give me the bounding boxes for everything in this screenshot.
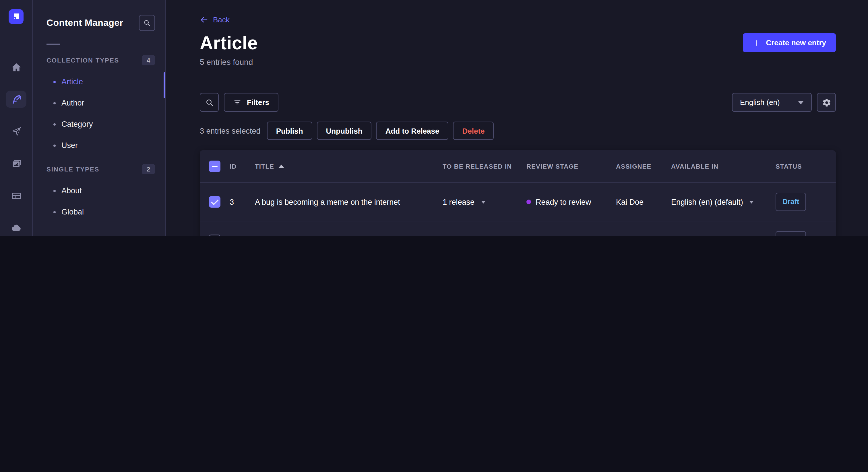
bullet-icon — [53, 102, 56, 104]
bullet-icon — [53, 190, 56, 192]
main-content: Back Article Create new entry 5 entries … — [166, 0, 868, 236]
content-type-builder-icon[interactable] — [6, 187, 26, 204]
sidebar-item-global[interactable]: Global — [46, 201, 165, 223]
column-header-available-in: AVAILABLE IN — [671, 163, 776, 170]
section-label: SINGLE TYPES — [46, 166, 99, 173]
bullet-icon — [53, 80, 56, 83]
chevron-down-icon — [481, 200, 485, 203]
create-new-entry-button[interactable]: Create new entry — [743, 33, 836, 52]
bullet-icon — [53, 123, 56, 125]
column-header-review-stage: REVIEW STAGE — [526, 163, 616, 170]
column-header-id: ID — [229, 163, 255, 170]
row-release[interactable]: 1 release — [443, 198, 526, 206]
back-link[interactable]: Back — [200, 15, 229, 24]
delete-button[interactable]: Delete — [453, 122, 494, 140]
section-count-badge: 4 — [142, 55, 155, 65]
main-nav-rail: KD — [0, 0, 33, 236]
row-stage-label: Ready to review — [536, 198, 591, 206]
status-badge: Draft — [776, 231, 806, 236]
row-checkbox[interactable] — [209, 196, 220, 208]
strapi-logo-icon — [10, 10, 22, 23]
chevron-down-icon — [749, 200, 754, 203]
app-window: KD Content Manager COLLECTION TYPES 4 Ar… — [0, 0, 868, 236]
section-label: COLLECTION TYPES — [46, 57, 119, 64]
gear-icon — [822, 98, 831, 107]
collection-types-section: COLLECTION TYPES 4 Article Author Catego… — [46, 55, 165, 156]
plus-icon — [753, 39, 761, 47]
back-label: Back — [213, 15, 229, 24]
row-locale[interactable]: English (en) (default) — [671, 198, 776, 206]
section-count-badge: 2 — [142, 164, 155, 174]
sidebar-item-label: About — [61, 187, 82, 195]
list-toolbar: Filters English (en) — [200, 93, 836, 112]
page-title: Article — [200, 33, 258, 53]
home-icon[interactable] — [6, 59, 26, 76]
table-row[interactable]: 4 Beautiful picture - To do - English (e… — [200, 221, 836, 236]
bullet-icon — [53, 144, 56, 146]
row-assignee: Kai Doe — [616, 198, 671, 206]
table-body: 3 A bug is becoming a meme on the intern… — [200, 182, 836, 236]
filter-icon — [233, 98, 242, 107]
table-search-button[interactable] — [200, 93, 219, 112]
sidebar-item-label: User — [61, 141, 78, 150]
entries-count-subtitle: 5 entries found — [200, 57, 836, 67]
unpublish-button[interactable]: Unpublish — [317, 122, 372, 140]
create-new-entry-label: Create new entry — [766, 38, 826, 47]
filters-label: Filters — [247, 98, 269, 107]
row-id: 3 — [229, 198, 255, 206]
column-header-title-label: TITLE — [255, 163, 274, 170]
column-header-assignee: ASSIGNEE — [616, 163, 671, 170]
sidebar-divider — [46, 43, 60, 45]
single-types-section: SINGLE TYPES 2 About Global — [46, 164, 165, 223]
row-checkbox[interactable] — [209, 235, 220, 236]
selection-action-bar: 3 entries selected Publish Unpublish Add… — [200, 122, 836, 140]
row-review-stage: Ready to review — [526, 198, 616, 206]
sidebar-item-label: Author — [61, 99, 84, 107]
row-title: A bug is becoming a meme on the internet — [255, 198, 443, 206]
column-header-to-be-released-in: TO BE RELEASED IN — [443, 163, 526, 170]
sidebar-item-label: Article — [61, 77, 83, 86]
arrow-left-icon — [200, 15, 208, 24]
locale-select[interactable]: English (en) — [732, 93, 812, 112]
entries-table: ID TITLE TO BE RELEASED IN REVIEW STAGE … — [200, 150, 836, 236]
sidebar-item-category[interactable]: Category — [46, 113, 165, 135]
column-header-title[interactable]: TITLE — [255, 163, 443, 170]
select-all-checkbox[interactable] — [209, 161, 220, 172]
status-badge: Draft — [776, 193, 806, 211]
sidebar-item-label: Category — [61, 120, 93, 129]
sidebar-scroll-indicator — [164, 72, 165, 98]
publish-button[interactable]: Publish — [267, 122, 312, 140]
search-icon — [205, 98, 214, 107]
sidebar-title: Content Manager — [46, 18, 123, 28]
content-manager-sidebar: Content Manager COLLECTION TYPES 4 Artic… — [33, 0, 166, 236]
table-row[interactable]: 3 A bug is becoming a meme on the intern… — [200, 182, 836, 221]
review-stage-dot — [526, 200, 531, 204]
bullet-icon — [53, 211, 56, 213]
sidebar-item-label: Global — [61, 208, 84, 216]
table-header-row: ID TITLE TO BE RELEASED IN REVIEW STAGE … — [200, 150, 836, 182]
sidebar-item-article[interactable]: Article — [46, 71, 165, 92]
strapi-logo[interactable] — [9, 9, 24, 24]
chevron-down-icon — [798, 101, 804, 104]
sidebar-search-button[interactable] — [139, 15, 155, 31]
sidebar-item-author[interactable]: Author — [46, 92, 165, 113]
add-to-release-button[interactable]: Add to Release — [376, 122, 448, 140]
filters-button[interactable]: Filters — [224, 93, 278, 112]
sidebar-item-user[interactable]: User — [46, 135, 165, 156]
locale-selected-value: English (en) — [740, 98, 780, 107]
content-manager-icon[interactable] — [6, 91, 26, 108]
row-locale-label: English (en) (default) — [671, 198, 743, 206]
rail-nav — [6, 59, 26, 236]
view-settings-button[interactable] — [817, 93, 836, 112]
row-release-label: 1 release — [443, 198, 474, 206]
releases-icon[interactable] — [6, 123, 26, 140]
selection-count-text: 3 entries selected — [200, 127, 260, 135]
media-library-icon[interactable] — [6, 155, 26, 172]
sidebar-item-about[interactable]: About — [46, 180, 165, 201]
search-icon — [143, 19, 151, 27]
deploy-cloud-icon[interactable] — [6, 219, 26, 236]
sort-ascending-icon — [278, 165, 284, 168]
column-header-status: STATUS — [776, 163, 836, 170]
